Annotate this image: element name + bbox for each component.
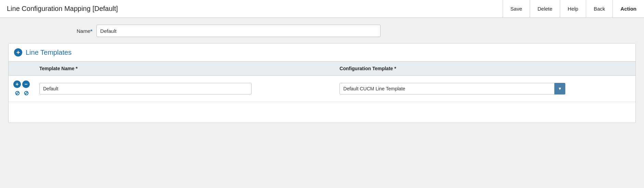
th-config-template: Configuration Template *	[335, 62, 635, 76]
section-header: + Line Templates	[9, 43, 635, 62]
header-actions: Save Delete Help Back Action	[503, 0, 644, 17]
name-label: Name*	[77, 28, 92, 34]
save-button[interactable]: Save	[503, 0, 530, 17]
main-content: Name* + Line Templates Template Name * C…	[0, 18, 644, 130]
delete-button[interactable]: Delete	[530, 0, 560, 17]
section-add-icon[interactable]: +	[14, 48, 22, 57]
table-row: + − ⊘ ⊘	[9, 76, 635, 102]
remove-row-icon[interactable]: −	[22, 80, 30, 88]
table-header-row: Template Name * Configuration Template *	[9, 62, 635, 76]
th-template-name: Template Name *	[35, 62, 335, 76]
config-template-cell: Default CUCM Line Template ▼	[335, 76, 635, 102]
help-button[interactable]: Help	[560, 0, 586, 17]
th-actions	[9, 62, 35, 76]
config-select-wrapper: Default CUCM Line Template ▼	[339, 83, 565, 95]
row-icons: + − ⊘ ⊘	[13, 80, 30, 97]
template-name-input[interactable]	[39, 83, 252, 95]
name-input[interactable]	[96, 25, 381, 37]
config-template-select[interactable]: Default CUCM Line Template	[339, 83, 565, 95]
line-templates-section: + Line Templates Template Name * Configu…	[8, 43, 636, 123]
back-button[interactable]: Back	[586, 0, 613, 17]
template-table: Template Name * Configuration Template *…	[9, 62, 635, 123]
empty-row	[9, 102, 635, 123]
required-star: *	[90, 28, 92, 34]
name-row: Name*	[8, 25, 636, 37]
add-row-icon[interactable]: +	[13, 80, 21, 88]
template-name-cell	[35, 76, 335, 102]
row-icons-top: + −	[13, 80, 30, 88]
empty-cell	[9, 102, 635, 123]
page-header: Line Configuration Mapping [Default] Sav…	[0, 0, 644, 18]
action-button[interactable]: Action	[613, 0, 644, 17]
page-title: Line Configuration Mapping [Default]	[7, 5, 118, 13]
no-icon-1[interactable]: ⊘	[13, 89, 21, 97]
row-icons-bottom: ⊘ ⊘	[13, 89, 30, 97]
section-title: Line Templates	[26, 49, 72, 57]
row-actions-cell: + − ⊘ ⊘	[9, 76, 35, 102]
no-icon-2[interactable]: ⊘	[22, 89, 30, 97]
